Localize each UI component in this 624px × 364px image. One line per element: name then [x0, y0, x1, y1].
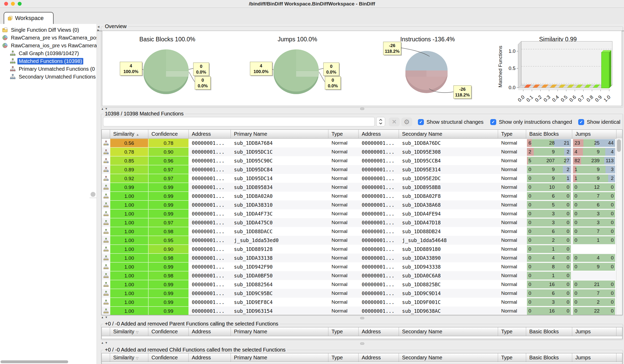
cell-basic-blocks-value: 0 — [529, 166, 531, 173]
table-row[interactable]: 0.850.9600000001...sub_1DD95C90CNormal00… — [102, 156, 622, 165]
cell-primary-type: Normal — [328, 227, 359, 236]
cell-basic-blocks-value: 0 — [529, 263, 531, 271]
column-header-icon[interactable] — [102, 327, 110, 336]
checkbox-show-structural-changes[interactable]: ✓ Show structural changes — [418, 119, 483, 125]
table-row[interactable]: 1.000.9900000001...sub_1DDA4F73CNormal00… — [102, 209, 622, 218]
column-header-basic-blocks[interactable]: Basic Blocks — [526, 327, 572, 336]
column-header-similarity[interactable]: Similarity▲ — [110, 130, 148, 139]
column-header-similarity[interactable]: Similarity▽ — [110, 327, 148, 336]
column-header-address[interactable]: Address — [189, 327, 231, 336]
sidebar-item-call-graph-10398-10427[interactable]: Call Graph (10398/10427) — [0, 49, 97, 57]
sidebar-horizontal-scrollbar[interactable] — [1, 360, 68, 363]
column-header-primary-name[interactable]: Primary Name — [231, 353, 328, 362]
table-row[interactable]: 1.000.9000000001...sub_1DD889128Normal00… — [102, 245, 622, 254]
column-header-address[interactable]: Address — [359, 327, 399, 336]
filter-history-stepper[interactable] — [376, 117, 385, 126]
table-row[interactable]: 1.000.9900000001...sub_1DD942F90Normal00… — [102, 262, 622, 271]
sidebar-splitter-handle[interactable] — [91, 192, 95, 197]
table-row[interactable]: 0.560.7800000001...sub_1DD8A7684Normal00… — [102, 139, 622, 147]
cell-primary-name: sub_1DD95DC84 — [231, 165, 328, 174]
clear-filter-button[interactable]: ✕ — [389, 118, 400, 126]
column-header-type[interactable]: Type — [328, 130, 359, 139]
table-row[interactable]: 0.990.9900000001...sub_1DD895834Normal00… — [102, 183, 622, 192]
column-header-type[interactable]: Type — [328, 327, 359, 336]
column-header-jumps[interactable]: Jumps — [572, 353, 616, 362]
svg-text:100.0%: 100.0% — [123, 69, 138, 74]
column-header-address[interactable]: Address — [359, 130, 399, 139]
column-header-primary-name[interactable]: Primary Name — [231, 130, 328, 139]
filter-input[interactable] — [103, 117, 375, 126]
column-header-icon[interactable] — [102, 353, 110, 362]
cell-primary-type: Normal — [328, 280, 359, 289]
column-header-type[interactable]: Type — [328, 353, 359, 362]
sidebar-item-rawcamera-pre-vs-rawcamera-pos[interactable]: RawCamera_pre vs RawCamera_pos — [0, 34, 97, 42]
overview-splitter-handle[interactable] — [360, 108, 364, 110]
tab-workspace[interactable]: Workspace — [4, 12, 54, 24]
column-header-basic-blocks[interactable]: Basic Blocks — [526, 353, 572, 362]
cell-basic-blocks: 0160 — [526, 307, 572, 315]
table-row[interactable]: 0.890.9700000001...sub_1DD95DC84Normal00… — [102, 165, 622, 174]
column-header-scrollbar-corner — [616, 353, 622, 362]
sidebar-item-matched-functions-10398[interactable]: Matched Functions (10398) — [0, 57, 97, 65]
table-row[interactable]: 1.000.9900000001...sub_1DD9C95BCNormal00… — [102, 289, 622, 298]
matched-splitter-arrows[interactable]: ▲▼ — [101, 316, 109, 319]
matched-table-vscrollbar[interactable] — [616, 138, 622, 315]
pie-icon — [2, 35, 8, 41]
column-header-address[interactable]: Address — [189, 353, 231, 362]
matched-splitter-handle[interactable] — [360, 317, 364, 319]
sidebar-item-secondary-unmatched-functions[interactable]: Secondary Unmatched Functions — [0, 73, 97, 81]
column-header-label: Type — [332, 355, 343, 360]
cell-secondary-name: sub_1DD8958B8 — [399, 183, 498, 192]
column-header-secondary-name[interactable]: Secondary Name — [399, 130, 498, 139]
overview-splitter-arrows[interactable]: ▲▼ — [101, 107, 109, 110]
column-header-secondary-name[interactable]: Secondary Name — [399, 327, 498, 336]
table-row[interactable]: 0.920.9700000001...sub_1DD95DC14Normal00… — [102, 174, 622, 183]
column-header-basic-blocks[interactable]: Basic Blocks — [526, 130, 572, 139]
function-match-icon — [102, 156, 110, 165]
sidebar-collapse-arrows[interactable]: ◀▶ — [97, 25, 100, 32]
cell-similarity: 1.00 — [110, 192, 148, 200]
table-row[interactable]: 1.000.9900000001...sub_1DD963154Normal00… — [102, 307, 622, 315]
table-row[interactable]: 1.000.9900000001...sub_1DD882564Normal00… — [102, 280, 622, 289]
cell-secondary-address: 00000001... — [359, 298, 399, 307]
child-table-header: Similarity▽ConfidenceAddressPrimary Name… — [102, 353, 622, 362]
column-header-jumps[interactable]: Jumps — [572, 130, 616, 139]
cell-basic-blocks: 010 — [526, 271, 572, 280]
cell-jumps: 070 — [572, 227, 616, 236]
column-header-jumps[interactable]: Jumps — [572, 327, 616, 336]
parent-splitter-handle[interactable] — [360, 342, 364, 345]
sidebar-item-rawcamera-ios-pre-vs-rawcamera[interactable]: RawCamera_ios_pre vs RawCamera — [0, 42, 97, 49]
table-row[interactable]: 1.000.9800000001...sub_1DDA33138Normal00… — [102, 254, 622, 262]
column-header-secondary-name[interactable]: Secondary Name — [399, 353, 498, 362]
checkbox-show-identical[interactable]: ✓ Show identical — [578, 119, 620, 125]
column-header-type[interactable]: Type — [498, 130, 526, 139]
cell-jumps-value: 0 — [575, 228, 577, 235]
table-row[interactable]: 1.000.9900000001...sub_1DD8A02A0Normal00… — [102, 192, 622, 200]
column-header-confidence[interactable]: Confidence — [148, 130, 189, 139]
column-header-address[interactable]: Address — [189, 130, 231, 139]
table-row[interactable]: 0.780.9000000001...sub_1DD95DC1CNormal00… — [102, 147, 622, 156]
table-row[interactable]: 1.000.9700000001...sub_1DDA475C0Normal00… — [102, 218, 622, 227]
column-header-icon[interactable] — [102, 130, 110, 139]
sidebar-item-primary-unmatched-functions-0[interactable]: Primary Unmatched Functions (0 — [0, 65, 97, 73]
function-match-icon — [102, 139, 110, 147]
table-row[interactable]: 1.000.9900000001...sub_1DDA38310Normal00… — [102, 200, 622, 209]
filter-settings-button[interactable]: ⚙ — [401, 118, 412, 126]
column-header-confidence[interactable]: Confidence — [148, 353, 189, 362]
parent-splitter-arrows[interactable]: ▲▼ — [101, 341, 109, 344]
table-row[interactable]: 1.000.9800000001...sub_1DD88DACCNormal00… — [102, 227, 622, 236]
column-header-address[interactable]: Address — [359, 353, 399, 362]
column-header-primary-name[interactable]: Primary Name — [231, 327, 328, 336]
sidebar-item-single-function-diff-views-0[interactable]: Single Function Diff Views (0) — [0, 26, 97, 34]
table-row[interactable]: 1.000.9500000001...j_sub_1dda53ed0Normal… — [102, 236, 622, 245]
column-header-type[interactable]: Type — [498, 353, 526, 362]
table-row[interactable]: 1.000.9900000001...sub_1DD9EF8C4Normal00… — [102, 298, 622, 307]
checkbox-show-only-instructions-changed[interactable]: ✓ Show only instructions changed — [490, 119, 572, 125]
cell-basic-blocks-value: 2 — [566, 166, 569, 173]
matched-table-vscrollbar-thumb[interactable] — [617, 139, 621, 152]
column-header-similarity[interactable]: Similarity▽ — [110, 353, 148, 362]
column-header-confidence[interactable]: Confidence — [148, 327, 189, 336]
table-row[interactable]: 1.000.9800000001...sub_1DDA0BF50Normal00… — [102, 271, 622, 280]
cell-jumps: 060 — [572, 200, 616, 209]
column-header-type[interactable]: Type — [498, 327, 526, 336]
